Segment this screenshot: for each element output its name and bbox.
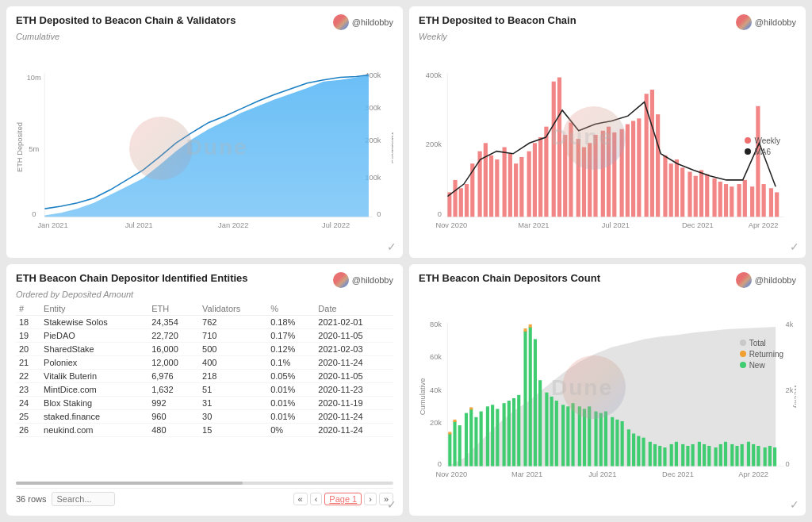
svg-rect-100 (503, 403, 506, 466)
table-cell: PieDAO (40, 329, 148, 343)
svg-rect-115 (583, 409, 586, 466)
svg-rect-145 (747, 442, 750, 466)
rows-count: 36 rows (16, 494, 47, 504)
weekly-bars (447, 78, 779, 217)
table-cell: 22,720 (148, 329, 199, 343)
svg-rect-53 (656, 114, 660, 217)
svg-text:0: 0 (377, 210, 381, 218)
svg-rect-141 (724, 442, 727, 466)
svg-rect-149 (768, 446, 772, 466)
svg-rect-105 (529, 327, 532, 466)
svg-text:0: 0 (438, 460, 442, 468)
svg-rect-36 (552, 82, 556, 217)
table-cell: 25 (16, 410, 40, 424)
svg-rect-126 (642, 438, 645, 466)
svg-rect-33 (533, 143, 537, 217)
table-cell: SharedStake (40, 343, 148, 356)
avatar-2 (736, 14, 752, 30)
page-prev-btn[interactable]: ‹ (310, 493, 323, 505)
scrollbar-hint[interactable] (16, 482, 393, 485)
svg-rect-40 (576, 139, 580, 217)
panel-header-2: ETH Deposited to Beacon Chain @hildobby (419, 14, 796, 30)
svg-rect-150 (773, 447, 776, 466)
table-cell: 12,000 (148, 356, 199, 370)
svg-rect-97 (486, 406, 489, 466)
panel-title-4: ETH Beacon Chain Depositors Count (419, 272, 600, 284)
svg-rect-131 (670, 444, 673, 466)
svg-rect-116 (588, 406, 591, 466)
table-cell: 2020-11-19 (315, 397, 393, 410)
table-container: # Entity ETH Validators % Date 18Stakewi… (16, 302, 393, 480)
page-next-btn[interactable]: › (364, 493, 377, 505)
svg-text:20k: 20k (430, 419, 442, 427)
table-row: 19PieDAO22,7207100.17%2020-11-05 (16, 329, 393, 343)
page-first-btn[interactable]: « (293, 493, 308, 505)
svg-rect-58 (688, 172, 691, 217)
svg-rect-48 (626, 125, 630, 217)
table-cell: 762 (199, 316, 267, 329)
legend-label-ma6: MA6 (754, 148, 771, 156)
table-row: 23MintDice.com1,632510.01%2020-11-23 (16, 383, 393, 397)
svg-rect-30 (514, 163, 518, 217)
svg-rect-106 (534, 339, 537, 466)
table-body: 18Stakewise Solos24,3547620.18%2021-02-0… (16, 316, 393, 437)
svg-rect-142 (730, 444, 733, 466)
svg-rect-101 (508, 401, 511, 466)
panel-subtitle-3: Ordered by Deposited Amount (16, 290, 393, 299)
table-cell: 480 (148, 424, 199, 437)
user-label-2: @hildobby (755, 17, 796, 27)
col-header-date: Date (315, 302, 393, 316)
legend-label-returning: Returning (749, 350, 783, 359)
table-cell: 0% (267, 424, 315, 437)
svg-text:Dec 2021: Dec 2021 (662, 470, 694, 478)
legend-dot-ma6 (745, 148, 751, 155)
svg-text:400k: 400k (426, 71, 442, 79)
svg-rect-138 (707, 446, 710, 466)
user-label-4: @hildobby (755, 275, 796, 285)
chart-area-1: Dune 10m 5m 0 ETH Deposited 400k 300k 20… (16, 44, 393, 250)
legend-dot-new (740, 362, 746, 368)
svg-rect-128 (653, 444, 657, 466)
svg-rect-120 (611, 417, 614, 466)
svg-rect-94 (469, 409, 473, 466)
svg-text:Mar 2021: Mar 2021 (518, 221, 549, 229)
table-cell: 20 (16, 343, 40, 356)
svg-rect-125 (637, 436, 640, 466)
svg-text:Validators: Validators (390, 131, 393, 163)
svg-rect-68 (750, 186, 754, 217)
svg-text:Jul 2022: Jul 2022 (322, 221, 350, 229)
svg-rect-39 (569, 122, 573, 217)
svg-rect-112 (566, 406, 569, 466)
table-row: 25staked.finance960300.01%2020-11-24 (16, 410, 393, 424)
svg-rect-96 (480, 412, 483, 466)
legend-returning: Returning (740, 350, 783, 359)
table-cell: 0.05% (267, 370, 315, 383)
table-cell: 2020-11-24 (315, 424, 393, 437)
panel-title-2: ETH Deposited to Beacon Chain (419, 14, 576, 26)
table-cell: 710 (199, 329, 267, 343)
scrollbar-thumb[interactable] (16, 482, 243, 485)
table-cell: 2020-11-24 (315, 356, 393, 370)
panel-title-1: ETH Deposited to Beacon Chain & Validato… (16, 14, 236, 26)
svg-rect-93 (465, 413, 468, 466)
svg-rect-46 (612, 132, 616, 217)
panel-eth-deposited-weekly: ETH Deposited to Beacon Chain @hildobby … (409, 6, 806, 258)
svg-rect-37 (557, 78, 561, 217)
page-current-btn[interactable]: Page 1 (324, 493, 362, 505)
search-input[interactable] (52, 492, 115, 506)
svg-rect-56 (675, 159, 679, 217)
table-cell: 2021-02-03 (315, 343, 393, 356)
svg-rect-52 (650, 90, 654, 217)
panel-subtitle-1: Cumulative (16, 32, 393, 41)
table-cell: 15 (199, 424, 267, 437)
table-row: 22Vitalik Buterin6,9762180.05%2020-11-05 (16, 370, 393, 383)
table-row: 21Poloniex12,0004000.1%2020-11-24 (16, 356, 393, 370)
table-cell: Blox Staking (40, 397, 148, 410)
user-label-1: @hildobby (352, 17, 393, 27)
legend-4: Total Returning New (740, 339, 783, 372)
svg-rect-103 (517, 395, 520, 466)
svg-rect-62 (712, 178, 716, 217)
svg-rect-102 (512, 398, 515, 466)
svg-rect-107 (538, 380, 542, 466)
svg-text:Weekly: Weekly (793, 385, 796, 409)
